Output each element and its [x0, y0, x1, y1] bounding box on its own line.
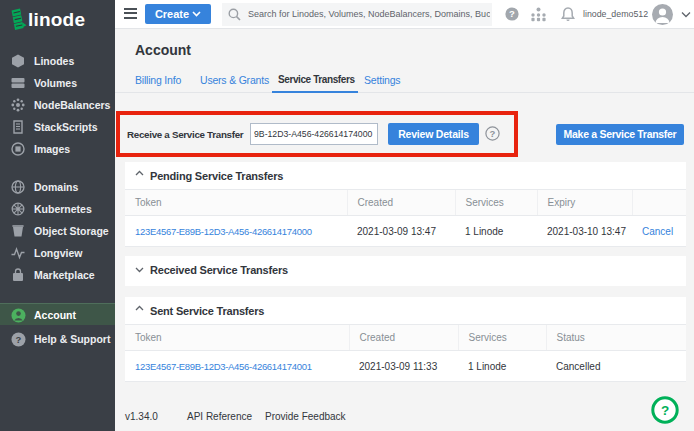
svg-text:?: ?	[16, 334, 22, 345]
svg-text:?: ?	[661, 403, 669, 418]
svg-text:?: ?	[490, 128, 496, 139]
svg-text:?: ?	[509, 8, 515, 19]
